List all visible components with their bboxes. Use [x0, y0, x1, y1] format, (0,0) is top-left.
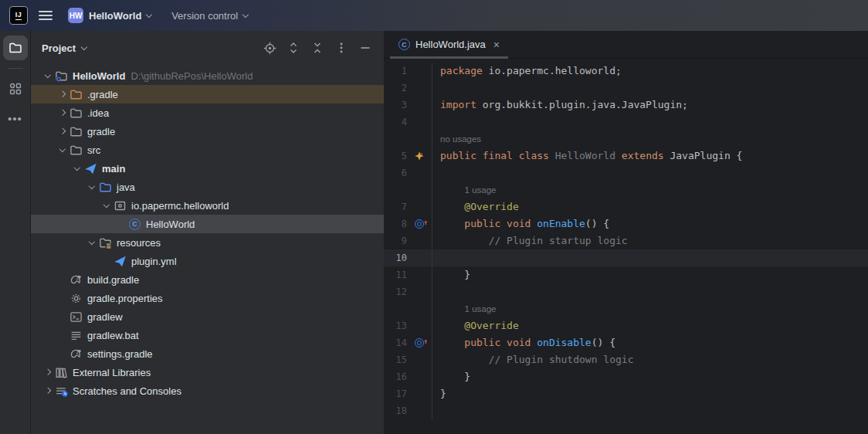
chevron-down-icon[interactable]: [59, 146, 66, 152]
icon-slot: [99, 236, 112, 249]
close-icon[interactable]: ×: [493, 39, 500, 51]
tree-row-helloworld[interactable]: HelloWorldD:\githubRePos\HelloWorld: [31, 66, 384, 85]
usage-inlay-hint[interactable]: 1 usage: [465, 300, 497, 317]
code-line-4[interactable]: 4: [384, 114, 868, 131]
code-line-2[interactable]: 2: [384, 80, 868, 97]
token: [440, 198, 464, 215]
expand-all-button[interactable]: [286, 40, 301, 56]
project-panel-title[interactable]: Project: [42, 42, 76, 54]
tree-row-io-papermc-helloworld[interactable]: io.papermc.helloworld: [31, 196, 384, 215]
tree-row-src[interactable]: src: [31, 141, 384, 159]
locate-button[interactable]: [262, 40, 277, 56]
project-folder-icon: [8, 41, 22, 55]
tree-row-java[interactable]: java: [31, 178, 384, 196]
vcs-widget[interactable]: Version control: [167, 7, 253, 25]
tree-row-gradle-properties[interactable]: gradle.properties: [31, 289, 384, 307]
more-options-button[interactable]: [334, 40, 349, 56]
class-icon: C: [129, 219, 141, 230]
code-line-13[interactable]: 13 @Override: [384, 317, 868, 334]
code-line-16[interactable]: 16 }: [384, 368, 868, 385]
code-line-3[interactable]: 3import org.bukkit.plugin.java.JavaPlugi…: [384, 97, 868, 114]
chevron-right-icon[interactable]: [45, 369, 51, 375]
tree-row-resources[interactable]: resources: [31, 233, 384, 252]
project-badge: HW: [68, 8, 83, 23]
code-line-14[interactable]: 14 public void onDisable() {: [384, 334, 868, 351]
tree-row-helloworld[interactable]: CHelloWorld: [31, 215, 384, 233]
token: [440, 232, 489, 249]
inlay-hint-line[interactable]: 1 usage: [384, 300, 868, 317]
tree-item-label: java: [117, 181, 135, 193]
tree-row-plugin-yml[interactable]: plugin.yml: [31, 252, 384, 270]
tree-row-build-gradle[interactable]: build.gradle: [31, 270, 384, 289]
token: public void: [464, 334, 537, 351]
activity-bar-item-modules[interactable]: [3, 76, 28, 101]
activity-bar-item-project-folder[interactable]: [3, 36, 28, 60]
overrides-icon[interactable]: [415, 219, 424, 229]
tree-item-label: gradlew: [87, 311, 123, 323]
chevron-down-icon[interactable]: [74, 164, 80, 171]
gear-icon: [70, 292, 83, 305]
chevron-slot: [55, 92, 70, 97]
locate-icon: [263, 42, 276, 55]
line-number: 6: [384, 164, 407, 181]
intellij-logo-icon: IJ: [9, 6, 28, 25]
chevron-down-icon[interactable]: [89, 183, 95, 189]
tree-row-gradlew-bat[interactable]: gradlew.bat: [31, 326, 384, 344]
gutter: 16: [384, 368, 432, 385]
code-line-12[interactable]: 12: [384, 283, 868, 300]
tree-row-gradlew[interactable]: gradlew: [31, 307, 384, 326]
token: import: [440, 97, 476, 114]
tree-row--idea[interactable]: .idea: [31, 103, 384, 122]
activity-bar-item-more-toolwindows[interactable]: •••: [3, 106, 28, 131]
chevron-down-icon[interactable]: [45, 72, 51, 78]
chevron-right-icon[interactable]: [59, 91, 66, 97]
code-line-9[interactable]: 9 // Plugin startup logic: [384, 232, 868, 249]
project-widget[interactable]: HW HelloWorld: [63, 5, 156, 26]
tree-row-main[interactable]: main: [31, 159, 384, 178]
chevron-down-icon[interactable]: [103, 202, 110, 208]
tree-row-scratches-and-consoles[interactable]: Scratches and Consoles: [31, 381, 384, 400]
hide-panel-button[interactable]: [358, 40, 373, 56]
chevron-down-icon[interactable]: [89, 239, 95, 245]
code-text: public void onDisable() {: [432, 334, 868, 351]
editor-area: C HelloWorld.java × 1package io.papermc.…: [384, 31, 868, 434]
code-text: [432, 114, 868, 131]
plugin-marker-icon[interactable]: [414, 151, 425, 161]
code-line-18[interactable]: 18: [384, 402, 868, 419]
icon-slot: [70, 292, 83, 305]
usage-inlay-hint[interactable]: 1 usage: [465, 181, 497, 198]
inlay-hint-line[interactable]: 1 usage: [384, 181, 868, 198]
editor-tab-helloworld-java[interactable]: C HelloWorld.java ×: [390, 31, 508, 58]
tree-row-gradle[interactable]: gradle: [31, 122, 384, 141]
tree-row-external-libraries[interactable]: External Libraries: [31, 363, 384, 381]
gutter-icon-slot: [407, 219, 432, 229]
tree-item-label: .idea: [87, 107, 109, 119]
code-line-11[interactable]: 11 }: [384, 266, 868, 283]
chevron-right-icon[interactable]: [59, 128, 66, 134]
folder-excluded-icon: [70, 88, 83, 101]
tree-row-settings-gradle[interactable]: settings.gradle: [31, 344, 384, 363]
tree-item-label: gradle.properties: [87, 293, 163, 304]
code-line-7[interactable]: 7 @Override: [384, 198, 868, 215]
code-line-17[interactable]: 17}: [384, 385, 868, 402]
gutter: 14: [384, 334, 432, 351]
chevron-right-icon[interactable]: [59, 110, 66, 116]
overrides-icon[interactable]: [415, 338, 424, 348]
code-editor[interactable]: 1package io.papermc.helloworld;23import …: [384, 59, 868, 434]
code-line-5[interactable]: 5public final class HelloWorld extends J…: [384, 147, 868, 164]
token: public void: [464, 215, 537, 232]
code-line-10[interactable]: 10: [384, 249, 868, 266]
token: () {: [585, 215, 609, 232]
code-line-1[interactable]: 1package io.papermc.helloworld;: [384, 63, 868, 80]
code-line-6[interactable]: 6: [384, 164, 868, 181]
tree-row--gradle[interactable]: .gradle: [31, 85, 384, 103]
collapse-all-button[interactable]: [310, 40, 325, 56]
inlay-hint-line[interactable]: no usages: [384, 131, 868, 147]
usage-inlay-hint[interactable]: no usages: [440, 131, 481, 147]
chevron-down-icon[interactable]: [81, 43, 87, 49]
token: @Override: [464, 198, 518, 215]
code-line-8[interactable]: 8 public void onEnable() {: [384, 215, 868, 232]
code-line-15[interactable]: 15 // Plugin shutdown logic: [384, 351, 868, 368]
chevron-right-icon[interactable]: [45, 388, 51, 394]
main-menu-icon[interactable]: [39, 11, 53, 20]
